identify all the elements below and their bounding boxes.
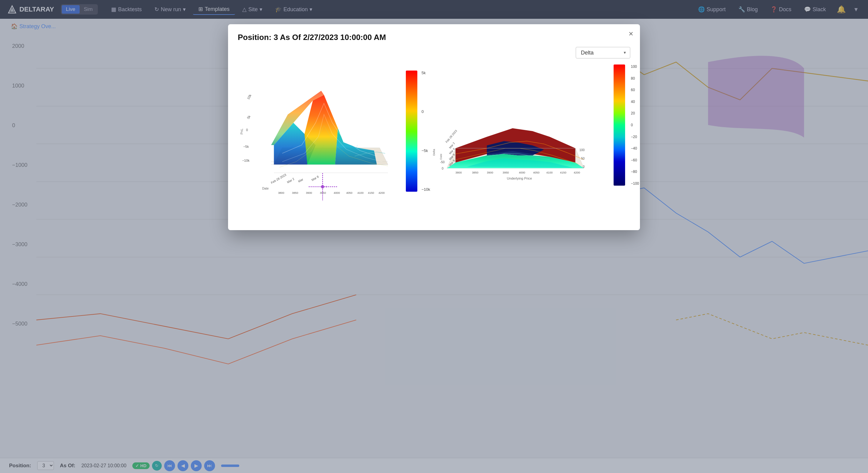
svg-text:Feb 28 2023: Feb 28 2023 [271, 173, 287, 184]
svg-text:4200: 4200 [379, 191, 384, 194]
svg-text:3950: 3950 [503, 171, 509, 174]
metric-dropdown-wrap: Delta Gamma Theta Vega PnL [576, 47, 630, 58]
modal-overlay: Position: 3 As Of 2/27/2023 10:00:00 AM … [0, 0, 868, 473]
modal-title: Position: 3 As Of 2/27/2023 10:00:00 AM [238, 33, 630, 42]
pnl-surface-chart: 10k 5k 0 −5k −10k PnL Feb 28 2023 Mar 2 … [238, 61, 394, 201]
svg-text:−5k: −5k [243, 145, 249, 148]
svg-point-44 [321, 185, 324, 188]
position-modal: Position: 3 As Of 2/27/2023 10:00:00 AM … [228, 24, 640, 230]
svg-text:5k: 5k [246, 115, 251, 120]
left-colorbar: 5k 0 −5k −10k [401, 70, 423, 192]
svg-text:4000: 4000 [519, 171, 525, 174]
svg-text:Date: Date [262, 187, 269, 190]
svg-text:3850: 3850 [472, 171, 478, 174]
svg-text:4100: 4100 [358, 191, 364, 194]
svg-text:0: 0 [583, 165, 585, 168]
svg-text:Feb 28 2023: Feb 28 2023 [445, 129, 458, 144]
svg-text:Mar: Mar [298, 178, 304, 183]
modal-close-button[interactable]: × [629, 30, 633, 37]
svg-text:3900: 3900 [487, 171, 493, 174]
svg-text:50: 50 [581, 157, 585, 160]
svg-text:0: 0 [442, 167, 444, 170]
charts-row: 10k 5k 0 −5k −10k PnL Feb 28 2023 Mar 2 … [238, 61, 630, 201]
delta-surface-chart: Mar 8 Mar 6 Mar 4 Mar 2 Feb 28 2023 Date… [430, 61, 601, 201]
svg-text:4150: 4150 [560, 171, 566, 174]
svg-text:Mar 2: Mar 2 [286, 177, 295, 184]
svg-text:100: 100 [579, 148, 585, 152]
svg-text:4050: 4050 [533, 171, 540, 174]
svg-text:PnL: PnL [240, 128, 244, 134]
svg-text:Date: Date [439, 154, 442, 160]
svg-text:4050: 4050 [346, 191, 352, 194]
svg-text:4100: 4100 [546, 171, 553, 174]
svg-text:+: + [325, 184, 328, 189]
right-chart-block: Mar 8 Mar 6 Mar 4 Mar 2 Feb 28 2023 Date… [430, 61, 601, 201]
svg-text:3800: 3800 [456, 171, 462, 174]
svg-text:10k: 10k [246, 94, 252, 100]
svg-text:Underlying Price: Underlying Price [507, 177, 532, 180]
svg-text:Mar 8: Mar 8 [311, 175, 319, 182]
svg-text:3900: 3900 [306, 191, 312, 194]
svg-marker-39 [304, 95, 338, 165]
svg-marker-40 [335, 128, 377, 164]
metric-dropdown[interactable]: Delta Gamma Theta Vega PnL [576, 47, 630, 58]
svg-text:−10k: −10k [242, 159, 250, 162]
svg-text:0: 0 [246, 128, 248, 132]
svg-text:3850: 3850 [292, 191, 298, 194]
svg-text:4200: 4200 [574, 171, 580, 174]
svg-text:Delta: Delta [432, 149, 435, 156]
svg-text:4150: 4150 [368, 191, 374, 194]
right-colorbar: 100 80 60 40 20 0 −20 −40 −60 −80 −100 [609, 64, 630, 186]
svg-text:4000: 4000 [334, 191, 340, 194]
left-chart-block: 10k 5k 0 −5k −10k PnL Feb 28 2023 Mar 2 … [238, 61, 394, 201]
svg-text:-50: -50 [440, 160, 444, 164]
dropdown-row: Delta Gamma Theta Vega PnL [238, 47, 630, 58]
svg-text:3800: 3800 [278, 191, 284, 194]
